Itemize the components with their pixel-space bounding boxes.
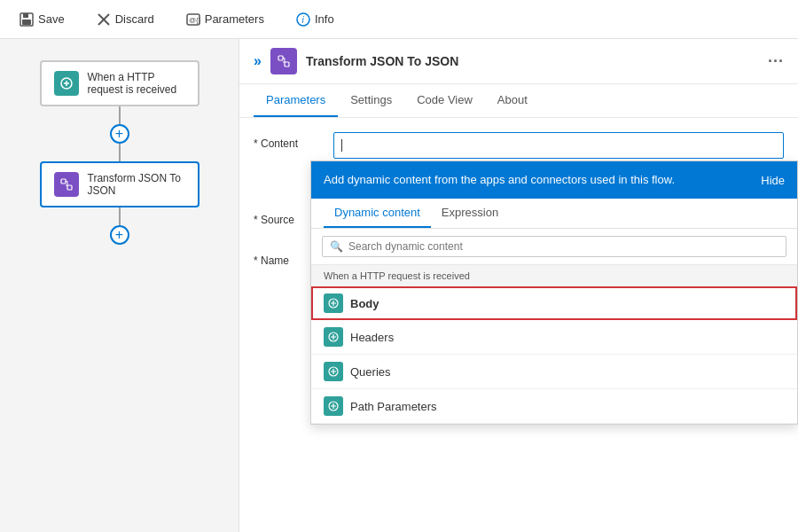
main-container: When a HTTP request is received + Transf…: [0, 39, 798, 532]
panel-content: * Content ▲ Add dynamic content + * Sour…: [239, 118, 798, 532]
popup-item-headers-icon: [324, 327, 343, 347]
popup-item-body-label: Body: [350, 297, 379, 310]
info-button[interactable]: i Info: [291, 9, 340, 30]
add-step-button-1[interactable]: +: [110, 124, 129, 144]
popup-item-body-icon: [324, 293, 343, 313]
more-options-button[interactable]: ···: [768, 52, 784, 71]
save-button[interactable]: Save: [14, 9, 70, 30]
flow-canvas: When a HTTP request is received + Transf…: [0, 39, 239, 532]
popup-tab-dynamic[interactable]: Dynamic content: [324, 199, 431, 228]
search-icon: 🔍: [330, 240, 343, 253]
content-input[interactable]: [333, 132, 784, 159]
popup-item-queries-icon: [324, 362, 343, 381]
v-line-2: [119, 144, 121, 161]
parameters-label: Parameters: [205, 12, 264, 26]
svg-rect-10: [61, 179, 66, 184]
transform-json-node[interactable]: Transform JSON To JSON: [40, 161, 200, 207]
panel-header: » Transform JSON To JSON ···: [239, 39, 798, 84]
parameters-icon: @{}: [186, 12, 200, 27]
content-label: * Content: [254, 132, 325, 150]
svg-rect-13: [285, 62, 289, 66]
popup-item-headers[interactable]: Headers: [311, 320, 797, 355]
info-label: Info: [315, 12, 334, 26]
save-label: Save: [38, 12, 65, 26]
http-request-node[interactable]: When a HTTP request is received: [40, 60, 200, 106]
search-input[interactable]: [348, 240, 778, 253]
connector-2: +: [110, 207, 129, 245]
text-cursor: [341, 139, 342, 152]
popup-item-path-params[interactable]: Path Parameters: [311, 389, 797, 424]
transform-json-icon: [54, 172, 79, 197]
popup-item-body[interactable]: Body: [311, 286, 797, 320]
search-box: 🔍: [322, 236, 786, 257]
save-icon: [20, 12, 34, 27]
popup-tabs: Dynamic content Expression: [311, 199, 797, 229]
discard-icon: [97, 12, 111, 27]
popup-item-queries[interactable]: Queries: [311, 355, 797, 389]
svg-rect-2: [22, 20, 31, 25]
tab-settings[interactable]: Settings: [338, 84, 404, 117]
popup-item-queries-label: Queries: [350, 365, 391, 379]
tab-parameters[interactable]: Parameters: [254, 84, 338, 117]
connector-1: +: [110, 106, 129, 161]
http-request-icon: [54, 71, 79, 96]
tab-codeview[interactable]: Code View: [404, 84, 485, 117]
popup-item-path-params-label: Path Parameters: [350, 400, 437, 413]
parameters-button[interactable]: @{} Parameters: [181, 9, 270, 30]
svg-text:@{}: @{}: [189, 16, 200, 24]
tab-about[interactable]: About: [485, 84, 540, 117]
svg-rect-12: [278, 56, 283, 60]
dynamic-content-popup: Add dynamic content from the apps and co…: [310, 160, 798, 425]
hide-button[interactable]: Hide: [761, 174, 785, 187]
discard-button[interactable]: Discard: [91, 9, 160, 30]
right-panel: » Transform JSON To JSON ··· Parameters …: [239, 39, 798, 532]
svg-rect-1: [23, 13, 28, 18]
panel-title: Transform JSON To JSON: [306, 54, 759, 68]
popup-item-path-params-icon: [324, 396, 343, 416]
popup-header-text: Add dynamic content from the apps and co…: [324, 172, 761, 188]
discard-label: Discard: [115, 12, 154, 26]
popup-section-label: When a HTTP request is received: [311, 265, 797, 286]
toolbar: Save Discard @{} Parameters i Info: [0, 0, 798, 39]
v-line-3: [119, 207, 121, 225]
popup-tab-expression[interactable]: Expression: [431, 199, 509, 228]
http-request-label: When a HTTP request is received: [88, 71, 185, 96]
add-step-button-2[interactable]: +: [110, 225, 129, 245]
panel-title-icon: [270, 48, 297, 74]
svg-rect-11: [67, 185, 72, 190]
popup-item-headers-label: Headers: [350, 331, 394, 344]
svg-text:i: i: [301, 15, 304, 25]
popup-header: Add dynamic content from the apps and co…: [311, 161, 797, 199]
info-icon: i: [296, 12, 310, 27]
transform-json-label: Transform JSON To JSON: [88, 172, 185, 197]
popup-search-area: 🔍: [311, 229, 797, 265]
panel-tabs: Parameters Settings Code View About: [239, 84, 798, 118]
expand-button[interactable]: »: [254, 53, 262, 69]
v-line-1: [119, 106, 121, 124]
